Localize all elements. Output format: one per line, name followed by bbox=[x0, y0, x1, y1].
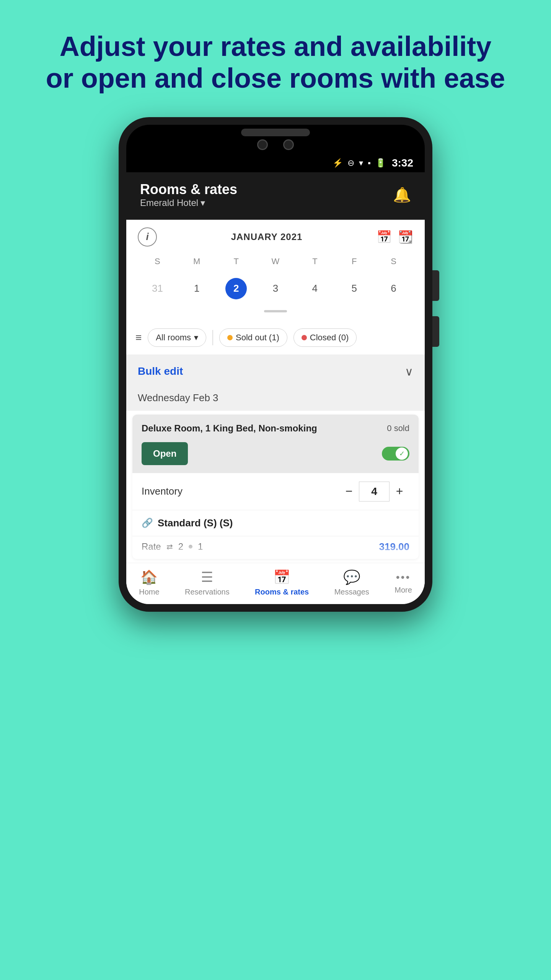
signal-icon: ▪ bbox=[368, 158, 371, 168]
sold-count: 0 sold bbox=[387, 423, 409, 433]
closed-dot bbox=[302, 335, 307, 340]
day-2[interactable]: 2 bbox=[217, 273, 256, 305]
dropdown-arrow-icon[interactable]: ▾ bbox=[201, 198, 205, 208]
info-icon[interactable]: i bbox=[138, 227, 157, 247]
home-label: Home bbox=[139, 588, 159, 596]
filter-divider bbox=[212, 330, 213, 345]
day-5[interactable]: 5 bbox=[334, 273, 374, 305]
more-label: More bbox=[395, 586, 412, 595]
camera-area bbox=[257, 139, 294, 150]
calendar-section: i JANUARY 2021 📅 📆 S M T W T F S 31 1 bbox=[126, 220, 425, 322]
calendar-month-icon[interactable]: 📆 bbox=[398, 230, 413, 244]
rate-dot bbox=[189, 545, 192, 549]
battery-icon: 🔋 bbox=[375, 158, 386, 168]
swipe-indicator bbox=[264, 310, 287, 312]
camera-front-left bbox=[257, 139, 268, 150]
weekday-sat: S bbox=[374, 254, 413, 269]
day-2-selected[interactable]: 2 bbox=[225, 278, 247, 299]
calendar-week-icon[interactable]: 📅 bbox=[377, 230, 392, 244]
day-4[interactable]: 4 bbox=[295, 273, 334, 305]
weekday-fri: F bbox=[334, 254, 374, 269]
day-3[interactable]: 3 bbox=[256, 273, 295, 305]
rate-left: Rate ⇄ 2 1 bbox=[142, 541, 203, 552]
messages-label: Messages bbox=[334, 588, 369, 596]
status-time: 3:32 bbox=[392, 157, 413, 169]
nav-messages[interactable]: 💬 Messages bbox=[334, 569, 369, 596]
room-card-header: Deluxe Room, 1 King Bed, Non-smoking 0 s… bbox=[132, 415, 419, 442]
power-button[interactable] bbox=[432, 270, 439, 301]
calendar-top-bar: i JANUARY 2021 📅 📆 bbox=[138, 227, 413, 247]
weekday-wed: W bbox=[256, 254, 295, 269]
month-label: JANUARY 2021 bbox=[231, 232, 303, 242]
day-31[interactable]: 31 bbox=[138, 273, 177, 305]
headline-container: Adjust your rates and availability or op… bbox=[8, 0, 543, 117]
inventory-section: Inventory − 4 + bbox=[132, 473, 419, 510]
all-rooms-filter[interactable]: All rooms ▾ bbox=[148, 328, 206, 347]
bottom-nav: 🏠 Home ☰ Reservations 📅 Rooms & rates 💬 … bbox=[126, 563, 425, 604]
nav-reservations[interactable]: ☰ Reservations bbox=[185, 569, 230, 596]
standard-label: Standard (S) (S) bbox=[158, 517, 233, 529]
date-label: Wednesday Feb 3 bbox=[138, 392, 413, 404]
day-1[interactable]: 1 bbox=[177, 273, 217, 305]
volume-button[interactable] bbox=[432, 316, 439, 347]
reservations-label: Reservations bbox=[185, 588, 230, 596]
app-subtitle: Emerald Hotel ▾ bbox=[140, 198, 237, 208]
room-card: Deluxe Room, 1 King Bed, Non-smoking 0 s… bbox=[132, 415, 419, 559]
home-icon: 🏠 bbox=[140, 569, 158, 585]
bulk-edit-label: Bulk edit bbox=[138, 365, 183, 377]
app-header: Rooms & rates Emerald Hotel ▾ 🔔 bbox=[126, 172, 425, 220]
weekday-tue: T bbox=[217, 254, 256, 269]
bulk-edit-section[interactable]: Bulk edit ∨ bbox=[126, 355, 425, 388]
sold-out-dot bbox=[227, 335, 233, 340]
toggle-thumb: ✓ bbox=[396, 448, 408, 460]
rooms-rates-label: Rooms & rates bbox=[255, 588, 309, 596]
nav-rooms-rates[interactable]: 📅 Rooms & rates bbox=[255, 569, 309, 596]
rate-num2: 1 bbox=[198, 541, 203, 552]
bulk-edit-chevron-icon: ∨ bbox=[405, 365, 413, 378]
date-label-section: Wednesday Feb 3 bbox=[126, 388, 425, 411]
weekday-mon: M bbox=[177, 254, 217, 269]
inventory-label: Inventory bbox=[142, 485, 183, 497]
rate-label: Rate bbox=[142, 541, 161, 552]
phone-screen: Rooms & rates Emerald Hotel ▾ 🔔 i JANUAR… bbox=[126, 172, 425, 604]
phone-speaker bbox=[241, 129, 310, 136]
calendar-nav-icons: 📅 📆 bbox=[377, 230, 413, 244]
messages-icon: 💬 bbox=[343, 569, 360, 585]
days-row: 31 1 2 3 4 5 6 bbox=[138, 273, 413, 305]
room-toggle[interactable]: ✓ bbox=[382, 447, 409, 461]
wifi-icon: ▾ bbox=[359, 158, 363, 168]
app-header-left: Rooms & rates Emerald Hotel ▾ bbox=[140, 181, 237, 208]
inventory-minus-button[interactable]: − bbox=[339, 482, 359, 501]
notification-bell-icon[interactable]: 🔔 bbox=[393, 186, 411, 203]
nav-more[interactable]: ••• More bbox=[395, 571, 412, 595]
rate-value: 319.00 bbox=[379, 541, 409, 553]
standard-section: 🔗 Standard (S) (S) bbox=[132, 510, 419, 536]
inventory-controls: − 4 + bbox=[339, 482, 409, 501]
all-rooms-dropdown-icon: ▾ bbox=[194, 333, 198, 343]
weekday-sun: S bbox=[138, 254, 177, 269]
day-6[interactable]: 6 bbox=[374, 273, 413, 305]
rate-section: Rate ⇄ 2 1 319.00 bbox=[132, 536, 419, 559]
phone-top bbox=[126, 125, 425, 154]
filter-bar: ≡ All rooms ▾ Sold out (1) Closed (0) bbox=[126, 322, 425, 355]
rate-arrows-icon: ⇄ bbox=[166, 542, 173, 551]
open-room-button[interactable]: Open bbox=[142, 442, 188, 465]
weekday-row: S M T W T F S bbox=[138, 254, 413, 269]
status-bar: ⚡ ⊖ ▾ ▪ 🔋 3:32 bbox=[126, 154, 425, 172]
app-title: Rooms & rates bbox=[140, 181, 237, 198]
status-icons: ⚡ ⊖ ▾ ▪ 🔋 bbox=[333, 158, 386, 168]
room-card-body: Open ✓ bbox=[132, 442, 419, 473]
closed-filter[interactable]: Closed (0) bbox=[293, 328, 357, 347]
link-icon: 🔗 bbox=[142, 518, 153, 528]
inventory-plus-button[interactable]: + bbox=[390, 482, 409, 501]
camera-front-right bbox=[283, 139, 294, 150]
nav-home[interactable]: 🏠 Home bbox=[139, 569, 159, 596]
sold-out-filter[interactable]: Sold out (1) bbox=[219, 328, 287, 347]
bluetooth-icon: ⚡ bbox=[333, 158, 343, 168]
phone-frame: ⚡ ⊖ ▾ ▪ 🔋 3:32 Rooms & rates Emerald Hot… bbox=[119, 117, 432, 612]
reservations-icon: ☰ bbox=[201, 569, 213, 585]
filter-icon[interactable]: ≡ bbox=[135, 332, 142, 344]
room-name: Deluxe Room, 1 King Bed, Non-smoking bbox=[142, 423, 317, 434]
rooms-rates-icon: 📅 bbox=[273, 569, 290, 585]
minus-icon: ⊖ bbox=[347, 158, 354, 168]
